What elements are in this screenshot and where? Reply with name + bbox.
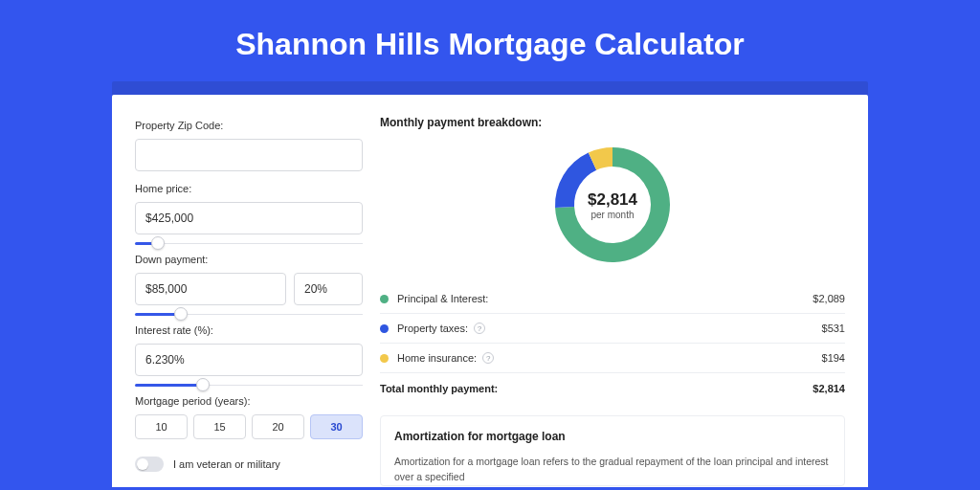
info-icon[interactable]: ? (482, 352, 494, 364)
home-price-label: Home price: (135, 183, 363, 194)
donut-center-amount: $2,814 (588, 190, 637, 210)
slider-thumb[interactable] (174, 307, 188, 321)
veteran-label: I am veteran or military (173, 458, 280, 470)
home-price-input[interactable] (135, 202, 363, 234)
page-title: Shannon Hills Mortgage Calculator (0, 0, 980, 81)
legend-value: $2,089 (813, 293, 845, 304)
legend-dot-icon (380, 295, 389, 303)
breakdown-title: Monthly payment breakdown: (380, 116, 845, 129)
mortgage-period-label: Mortgage period (years): (135, 395, 363, 407)
period-option-30[interactable]: 30 (310, 414, 363, 439)
amortization-title: Amortization for mortgage loan (394, 430, 831, 443)
total-label: Total monthly payment: (380, 383, 498, 394)
donut-center-sub: per month (588, 210, 637, 220)
amortization-card: Amortization for mortgage loan Amortizat… (380, 415, 845, 486)
legend-dot-icon (380, 324, 389, 333)
breakdown-column: Monthly payment breakdown: $2,814 per mo… (380, 116, 845, 487)
period-option-20[interactable]: 20 (252, 414, 304, 439)
interest-rate-label: Interest rate (%): (135, 324, 363, 336)
form-column: Property Zip Code: Home price: Down paym… (135, 116, 363, 487)
info-icon[interactable]: ? (474, 323, 485, 334)
legend-row: Principal & Interest:$2,089 (380, 284, 845, 313)
amortization-text: Amortization for a mortgage loan refers … (394, 455, 831, 485)
down-payment-label: Down payment: (135, 254, 363, 265)
total-value: $2,814 (813, 383, 845, 394)
period-option-10[interactable]: 10 (135, 414, 188, 439)
down-payment-pct-input[interactable] (294, 273, 363, 305)
legend-label: Property taxes: (397, 323, 468, 334)
legend-label: Home insurance: (397, 352, 477, 364)
period-option-15[interactable]: 15 (193, 414, 246, 439)
mortgage-period-group: 10152030 (135, 414, 363, 439)
legend-row: Home insurance:?$194 (380, 343, 845, 372)
slider-thumb[interactable] (151, 236, 165, 250)
interest-rate-input[interactable] (135, 344, 363, 376)
legend-dot-icon (380, 354, 389, 363)
down-payment-slider[interactable] (135, 307, 363, 321)
legend-row: Property taxes:?$531 (380, 313, 845, 343)
payment-donut-chart: $2,814 per month (550, 143, 675, 267)
interest-rate-slider[interactable] (135, 378, 363, 391)
zip-label: Property Zip Code: (135, 120, 363, 131)
legend-value: $194 (822, 352, 845, 364)
calculator-card: Property Zip Code: Home price: Down paym… (112, 95, 868, 487)
down-payment-amount-input[interactable] (135, 273, 286, 305)
veteran-toggle[interactable] (135, 457, 164, 472)
legend-label: Principal & Interest: (397, 293, 488, 304)
zip-input[interactable] (135, 139, 363, 171)
legend-value: $531 (822, 323, 845, 334)
home-price-slider[interactable] (135, 236, 363, 250)
slider-thumb[interactable] (196, 378, 210, 391)
card-backdrop: Property Zip Code: Home price: Down paym… (112, 81, 868, 487)
